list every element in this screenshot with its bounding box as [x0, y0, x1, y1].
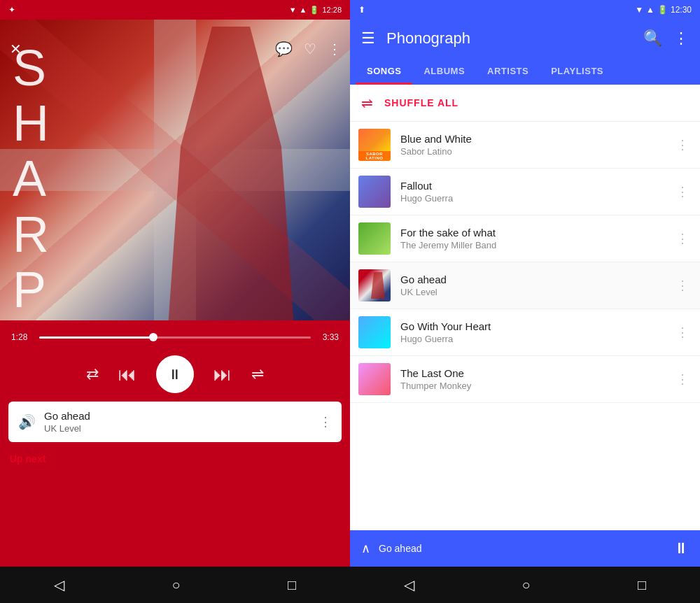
song-artist: Thumper Monkey [400, 381, 664, 391]
song-title: Go ahead [400, 274, 664, 285]
list-item[interactable]: The Last One Thumper Monkey ⋮ [350, 356, 700, 403]
song-info: For the sake of what The Jeremy Miller B… [400, 227, 664, 250]
battery-icon-right: 🔋 [657, 5, 668, 15]
nav-bar-right: ◁ ○ □ [350, 567, 700, 603]
song-more-icon[interactable]: ⋮ [673, 322, 692, 343]
tabs-bar: SONGS ALBUMS ARTISTS PLAYLISTS [350, 57, 700, 85]
time-right: 12:30 [671, 5, 692, 15]
pause-button[interactable]: ⏸ [156, 355, 194, 393]
song-thumb: SABOR LATINO [358, 129, 391, 161]
list-item[interactable]: For the sake of what The Jeremy Miller B… [350, 215, 700, 262]
speaker-icon: 🔊 [18, 413, 36, 430]
wifi-icon-right: ▼ [635, 5, 643, 15]
now-playing-title: Go ahead [44, 410, 311, 422]
player-controls: 1:28 3:33 ⇄ ⏮ ⏸ ⏭ ⇌ 🔊 Go ahead UK Level … [0, 320, 350, 567]
status-bar-right: ⬆ ▼ ▲ 🔋 12:30 [350, 0, 700, 20]
album-title-overlay: SHARPE [13, 41, 52, 320]
song-artist: UK Level [400, 287, 664, 297]
song-thumb [358, 316, 391, 348]
time-total: 3:33 [316, 332, 339, 342]
song-info: Blue and White Sabor Latino [400, 133, 664, 157]
menu-icon[interactable]: ☰ [361, 29, 375, 48]
mini-player-title: Go ahead [379, 543, 665, 554]
time-left: 12:28 [322, 6, 342, 14]
shuffle-button[interactable]: ⇌ [251, 365, 264, 383]
nav-bar-left: ◁ ○ □ [0, 567, 350, 603]
thumb-label: SABOR LATINO [358, 151, 391, 161]
song-more-icon[interactable]: ⋮ [673, 275, 692, 296]
shuffle-all-row[interactable]: ⇌ SHUFFLE ALL [350, 85, 700, 122]
wifi-icon: ▼ [289, 6, 297, 14]
tab-artists[interactable]: ARTISTS [476, 57, 540, 85]
heart-icon[interactable]: ♡ [304, 41, 316, 57]
song-artist: Hugo Guerra [400, 193, 664, 204]
song-info: Go With Your Heart Hugo Guerra [400, 320, 664, 344]
list-item[interactable]: Go With Your Heart Hugo Guerra ⋮ [350, 309, 700, 356]
song-info: Go ahead UK Level [400, 274, 664, 297]
now-playing-info: Go ahead UK Level [44, 410, 311, 434]
tab-artists-label: ARTISTS [487, 66, 528, 76]
mini-player[interactable]: ∧ Go ahead ⏸ [350, 530, 700, 567]
song-thumb [358, 269, 391, 302]
app-title: Phonograph [386, 29, 632, 48]
shuffle-icon-top[interactable]: ✕ [10, 41, 22, 57]
song-title: Blue and White [400, 133, 664, 145]
list-item[interactable]: Go ahead UK Level ⋮ [350, 262, 700, 309]
controls-row: ⇄ ⏮ ⏸ ⏭ ⇌ [0, 350, 350, 402]
list-item[interactable]: Fallout Hugo Guerra ⋮ [350, 169, 700, 215]
song-artist: The Jeremy Miller Band [400, 240, 664, 250]
status-bar-left: ✦ ▼ ▲ 🔋 12:28 [0, 0, 350, 20]
progress-bar-area: 1:28 3:33 [0, 325, 350, 350]
progress-track[interactable] [39, 336, 311, 339]
more-icon-card[interactable]: ⋮ [319, 414, 332, 430]
right-phone: ⬆ ▼ ▲ 🔋 12:30 ☰ Phonograph 🔍 ⋮ SONGS ALB… [350, 0, 700, 603]
time-current: 1:28 [11, 332, 34, 342]
tab-albums[interactable]: ALBUMS [412, 57, 476, 85]
tab-songs-label: SONGS [367, 66, 401, 76]
tab-playlists[interactable]: PLAYLISTS [540, 57, 615, 85]
song-thumb [358, 363, 391, 395]
tab-playlists-label: PLAYLISTS [551, 66, 603, 76]
cast-icon: ⬆ [358, 5, 365, 15]
next-button[interactable]: ⏭ [214, 364, 232, 385]
song-more-icon[interactable]: ⋮ [673, 369, 692, 390]
left-phone: ✦ ▼ ▲ 🔋 12:28 SHARPE ✕ 💬 ♡ ⋮ 1:2 [0, 0, 350, 603]
song-artist: Sabor Latino [400, 146, 664, 157]
overflow-menu-icon[interactable]: ⋮ [673, 29, 689, 48]
signal-icon-right: ▲ [646, 5, 654, 15]
back-button[interactable]: ◁ [54, 576, 64, 593]
recents-button-right[interactable]: □ [638, 577, 646, 593]
pause-icon: ⏸ [168, 367, 182, 383]
album-art: SHARPE ✕ 💬 ♡ ⋮ [0, 20, 350, 320]
song-more-icon[interactable]: ⋮ [673, 181, 692, 202]
now-playing-artist: UK Level [44, 423, 311, 434]
chat-icon[interactable]: 💬 [275, 41, 293, 57]
progress-thumb [149, 333, 158, 341]
repeat-button[interactable]: ⇄ [86, 365, 99, 383]
chevron-up-icon: ∧ [361, 541, 370, 556]
shuffle-all-label: SHUFFLE ALL [384, 97, 458, 108]
song-more-icon[interactable]: ⋮ [673, 228, 692, 249]
more-icon-top[interactable]: ⋮ [328, 41, 342, 57]
tab-songs[interactable]: SONGS [356, 57, 412, 85]
song-title: The Last One [400, 367, 664, 379]
list-item[interactable]: SABOR LATINO Blue and White Sabor Latino… [350, 122, 700, 169]
song-thumb [358, 222, 391, 255]
home-button[interactable]: ○ [172, 577, 180, 593]
up-next-label: Up next [0, 448, 350, 467]
song-title: Go With Your Heart [400, 320, 664, 332]
song-info: The Last One Thumper Monkey [400, 367, 664, 391]
song-thumb [358, 176, 391, 208]
song-more-icon[interactable]: ⋮ [673, 134, 692, 155]
app-bar: ☰ Phonograph 🔍 ⋮ [350, 20, 700, 57]
shuffle-all-icon: ⇌ [361, 94, 373, 111]
previous-button[interactable]: ⏮ [118, 364, 136, 385]
song-title: Fallout [400, 180, 664, 192]
home-button-right[interactable]: ○ [522, 577, 530, 593]
back-button-right[interactable]: ◁ [404, 576, 414, 593]
song-title: For the sake of what [400, 227, 664, 239]
mini-player-pause-icon[interactable]: ⏸ [673, 539, 689, 558]
recents-button[interactable]: □ [288, 577, 296, 593]
signal-icon: ✦ [8, 5, 15, 15]
search-icon[interactable]: 🔍 [643, 29, 662, 48]
